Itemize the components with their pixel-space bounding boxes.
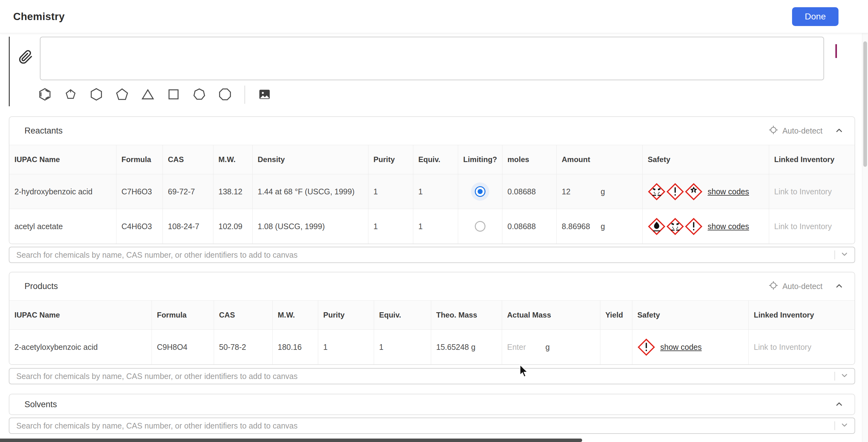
template-toolbar [36, 86, 273, 104]
template-heptagon-button[interactable] [190, 86, 208, 103]
solvents-search-input[interactable] [16, 421, 831, 431]
link-to-inventory[interactable]: Link to Inventory [769, 174, 855, 209]
square-icon [166, 87, 181, 103]
section-title: Products [25, 281, 58, 291]
purity-field[interactable]: 1 [368, 209, 413, 244]
show-codes-link[interactable]: show codes [708, 187, 749, 196]
density-cell: 1.44 at 68 °F (USCG, 1999) [253, 174, 368, 209]
purity-field[interactable]: 1 [368, 174, 413, 209]
cas-cell: 69-72-7 [163, 174, 213, 209]
chevron-down-icon[interactable] [840, 421, 849, 431]
template-octagon-button[interactable] [216, 86, 234, 103]
main-content: Reactants Auto-detect [0, 37, 868, 434]
heptagon-icon [192, 87, 207, 103]
products-search [9, 368, 855, 384]
safety-cell: show codes [643, 174, 769, 209]
col-mw: M.W. [213, 145, 253, 174]
bottom-bar [0, 439, 582, 442]
chevron-up-icon [834, 281, 844, 292]
reactants-search [9, 247, 855, 263]
reactant-row: acetyl acetate C4H6O3 108-24-7 102.09 1.… [9, 209, 855, 244]
ghs-exclamation-icon [685, 217, 703, 235]
col-equiv: Equiv. [374, 301, 431, 330]
purity-field[interactable]: 1 [318, 330, 374, 364]
density-cell: 1.08 (USCG, 1999) [253, 209, 368, 244]
formula-cell: C4H6O3 [117, 209, 163, 244]
limiting-radio[interactable] [475, 221, 486, 232]
show-codes-link[interactable]: show codes [660, 343, 702, 352]
products-header: Products Auto-detect [9, 272, 855, 301]
collapse-solvents-button[interactable] [834, 399, 844, 410]
mw-cell: 180.16 [273, 330, 318, 364]
template-cyclohexane-button[interactable] [88, 86, 105, 103]
collaborator-caret [835, 44, 837, 58]
link-to-inventory[interactable]: Link to Inventory [749, 330, 855, 364]
col-cas: CAS [214, 301, 273, 330]
col-purity: Purity [368, 145, 413, 174]
formula-cell: C9H8O4 [152, 330, 214, 364]
actual-mass-input[interactable] [507, 343, 541, 352]
equiv-field[interactable]: 1 [374, 330, 431, 364]
template-benzene-button[interactable] [36, 86, 54, 103]
limiting-radio[interactable] [475, 186, 486, 197]
products-panel: Products Auto-detect [9, 272, 855, 365]
equiv-field[interactable]: 1 [413, 209, 458, 244]
auto-detect-button[interactable]: Auto-detect [769, 125, 823, 137]
moles-cell: 0.08688 [502, 174, 557, 209]
reactants-search-input[interactable] [16, 250, 831, 260]
insert-image-button[interactable] [256, 86, 273, 103]
safety-cell: show codes [632, 330, 749, 364]
template-pentagon-button[interactable] [113, 86, 131, 103]
moles-cell: 0.08688 [502, 209, 557, 244]
template-cyclopentane-button[interactable] [62, 86, 80, 103]
link-to-inventory[interactable]: Link to Inventory [769, 209, 855, 244]
chevron-up-icon [834, 126, 844, 136]
vertical-scrollbar[interactable] [862, 33, 868, 442]
chemistry-page: Chemistry Done [0, 0, 868, 442]
cyclopentane-icon [64, 88, 78, 102]
done-button[interactable]: Done [792, 7, 838, 26]
drawing-canvas[interactable] [40, 37, 824, 80]
benzene-ring-icon [38, 87, 52, 103]
solvents-search [9, 417, 855, 434]
col-formula: Formula [117, 145, 163, 174]
page-title: Chemistry [13, 11, 65, 23]
amount-unit: g [601, 187, 605, 196]
attachment-button[interactable] [17, 48, 35, 67]
collapse-reactants-button[interactable] [834, 126, 844, 136]
amount-field[interactable]: 8.86968 g [557, 209, 643, 244]
auto-detect-button[interactable]: Auto-detect [769, 280, 823, 292]
chevron-down-icon[interactable] [840, 250, 849, 260]
amount-field[interactable]: 12 g [557, 174, 643, 209]
col-linked-inventory: Linked Inventory [769, 145, 855, 174]
yield-cell [600, 330, 632, 364]
template-square-button[interactable] [165, 86, 182, 103]
app-header: Chemistry Done [0, 0, 868, 33]
amount-unit: g [601, 222, 605, 231]
search-divider [834, 421, 835, 430]
mw-cell: 138.12 [213, 174, 253, 209]
reactants-table-header: IUPAC Name Formula CAS M.W. Density Puri… [9, 145, 855, 174]
template-triangle-button[interactable] [139, 86, 157, 103]
reactants-panel: Reactants Auto-detect [9, 116, 855, 244]
col-amount: Amount [557, 145, 643, 174]
auto-detect-label: Auto-detect [782, 126, 823, 135]
products-search-input[interactable] [16, 372, 831, 381]
safety-cell: show codes [643, 209, 769, 244]
col-iupac-name: IUPAC Name [9, 145, 117, 174]
amount-value[interactable]: 8.86968 [562, 222, 593, 231]
octagon-icon [218, 87, 232, 103]
collapse-products-button[interactable] [834, 281, 844, 292]
chevron-down-icon[interactable] [840, 371, 849, 381]
equiv-field[interactable]: 1 [413, 174, 458, 209]
scrollbar-thumb[interactable] [863, 41, 867, 167]
col-limiting: Limiting? [458, 145, 502, 174]
amount-value[interactable]: 12 [562, 187, 593, 196]
col-linked-inventory: Linked Inventory [749, 301, 855, 330]
products-table-header: IUPAC Name Formula CAS M.W. Purity Equiv… [9, 301, 855, 330]
show-codes-link[interactable]: show codes [708, 222, 749, 231]
theo-mass-cell: 15.65248 g [431, 330, 502, 364]
col-equiv: Equiv. [413, 145, 458, 174]
col-theo-mass: Theo. Mass [431, 301, 502, 330]
solvents-header: Solvents [9, 394, 855, 414]
